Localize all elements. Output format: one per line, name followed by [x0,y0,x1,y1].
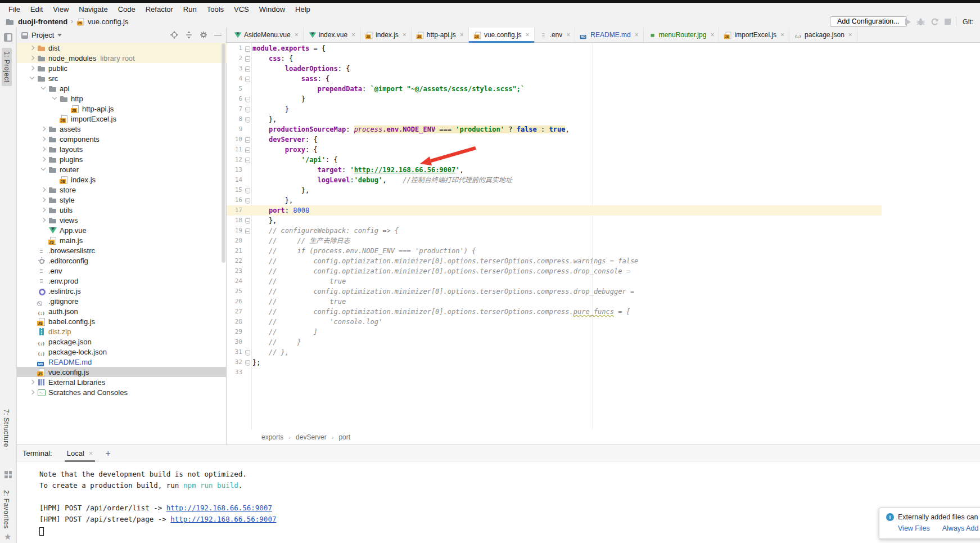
fold-marker-icon[interactable] [243,43,251,53]
fold-marker-icon[interactable] [243,145,251,155]
editor-breadcrumbs[interactable]: exports›devServer›port [227,430,980,445]
editor-tab-importexcel-js[interactable]: importExcel.js× [719,28,789,42]
tree-item-src[interactable]: src [17,73,227,83]
breadcrumb-port[interactable]: port [338,433,350,441]
terminal-tab-local[interactable]: Local× [65,445,96,462]
project-tree[interactable]: distnode_moduleslibrary rootpublicsrcapi… [17,43,227,445]
tree-item-plugins[interactable]: plugins [17,154,227,164]
tree-item-http[interactable]: http [17,93,227,104]
menu-run[interactable]: Run [178,4,202,15]
fold-marker-icon[interactable] [243,347,251,357]
locate-file-icon[interactable] [170,31,178,39]
terminal-link[interactable]: http://192.168.66.56:9007 [170,515,276,523]
coverage-icon[interactable] [931,17,939,26]
chevron-collapsed-icon[interactable] [38,154,48,164]
menu-navigate[interactable]: Navigate [74,4,112,15]
stripe-project-button[interactable]: 1: Project [2,48,12,86]
fold-marker-icon[interactable] [243,155,251,165]
git-widget[interactable]: Git: [963,18,973,26]
tree-item-package-json[interactable]: package.json [17,336,227,347]
chevron-collapsed-icon[interactable] [27,377,37,387]
menu-tools[interactable]: Tools [202,4,229,15]
menu-file[interactable]: File [3,4,25,15]
close-icon[interactable]: × [295,31,299,39]
close-icon[interactable]: × [566,31,570,39]
breadcrumb-file[interactable]: vue.config.js [88,17,128,26]
project-panel-title[interactable]: Project [31,31,54,39]
tree-item-app-vue[interactable]: App.vue [17,225,227,235]
tree-item-assets[interactable]: assets [17,124,227,134]
editor-tab--env[interactable]: .env× [535,28,576,42]
chevron-collapsed-icon[interactable] [38,185,48,195]
collapse-all-icon[interactable] [185,31,193,39]
breadcrumb-project[interactable]: duoji-frontend [18,17,67,26]
editor-tab-index-vue[interactable]: index.vue× [304,28,360,42]
tree-item-store[interactable]: store [17,185,227,195]
tree-item--browserslistrc[interactable]: .browserslistrc [17,245,227,255]
tree-item-main-js[interactable]: main.js [17,235,227,245]
editor-tab-vue-config-js[interactable]: vue.config.js× [469,28,535,42]
tree-item--eslintrc-js[interactable]: .eslintrc.js [17,286,227,296]
tree-item-views[interactable]: views [17,215,227,225]
editor-tab-index-js[interactable]: index.js× [360,28,412,42]
tool-window-icon[interactable] [4,33,12,42]
tree-item-http-api-js[interactable]: http-api.js [17,104,227,114]
tree-item-layouts[interactable]: layouts [17,144,227,154]
fold-marker-icon[interactable] [243,53,251,64]
breadcrumb-exports[interactable]: exports [261,433,283,441]
tree-item-router[interactable]: router [17,164,227,174]
tree-item-external-libraries[interactable]: External Libraries [17,377,227,387]
fold-marker-icon[interactable] [243,114,251,124]
chevron-expanded-icon[interactable] [38,83,48,93]
tree-item-dist-zip[interactable]: dist.zip [17,326,227,336]
close-icon[interactable]: × [460,31,464,39]
fold-marker-icon[interactable] [243,216,251,226]
fold-marker-icon[interactable] [243,185,251,195]
tree-item--editorconfig[interactable]: .editorconfig [17,255,227,266]
code-editor[interactable]: 1module.exports = {2 css: {3 loaderOptio… [227,43,980,442]
fold-marker-icon[interactable] [243,64,251,74]
terminal-link[interactable]: http://192.168.66.56:9007 [166,504,272,512]
tree-item-components[interactable]: components [17,134,227,144]
editor-tab-readme-md[interactable]: README.md× [575,28,643,42]
menu-help[interactable]: Help [290,4,315,15]
tree-item-auth-json[interactable]: auth.json [17,306,227,316]
tree-item-package-lock-json[interactable]: package-lock.json [17,347,227,357]
favorites-star-icon[interactable]: ★ [4,532,11,542]
chevron-collapsed-icon[interactable] [27,53,37,63]
structure-icon[interactable] [4,471,12,478]
close-icon[interactable]: × [403,31,407,39]
chevron-collapsed-icon[interactable] [38,195,48,205]
menu-vcs[interactable]: VCS [229,4,254,15]
tree-scrollbar-thumb[interactable] [222,43,225,263]
chevron-collapsed-icon[interactable] [27,43,37,53]
menu-window[interactable]: Window [254,4,290,15]
menu-view[interactable]: View [48,4,74,15]
close-icon[interactable]: × [526,31,530,39]
hide-panel-icon[interactable]: — [214,30,222,39]
tree-item-readme-md[interactable]: README.md [17,357,227,367]
close-icon[interactable]: × [710,31,714,39]
stripe-favorites-button[interactable]: 2: Favorites [2,490,10,529]
close-icon[interactable]: × [89,449,93,457]
chevron-collapsed-icon[interactable] [27,387,37,397]
editor-tab-http-api-js[interactable]: http-api.js× [412,28,469,42]
always-add-link[interactable]: Always Add [942,524,979,532]
tree-item-index-js[interactable]: index.js [17,174,227,185]
chevron-expanded-icon[interactable] [49,93,60,104]
chevron-collapsed-icon[interactable] [27,63,37,73]
fold-marker-icon[interactable] [243,104,251,114]
run-icon[interactable] [905,19,911,25]
menu-refactor[interactable]: Refactor [141,4,178,15]
chevron-collapsed-icon[interactable] [38,124,48,134]
menu-code[interactable]: Code [113,4,141,15]
tree-item-dist[interactable]: dist [17,43,227,53]
close-icon[interactable]: × [780,31,784,39]
fold-marker-icon[interactable] [243,226,251,236]
tree-item--env[interactable]: .env [17,266,227,276]
editor-tab-asidemenu-vue[interactable]: AsideMenu.vue× [229,28,304,42]
close-icon[interactable]: × [351,31,355,39]
tree-item--env-prod[interactable]: .env.prod [17,276,227,286]
tree-item-babel-config-js[interactable]: babel.config.js [17,316,227,326]
tree-item-vue-config-js[interactable]: vue.config.js [17,367,227,377]
